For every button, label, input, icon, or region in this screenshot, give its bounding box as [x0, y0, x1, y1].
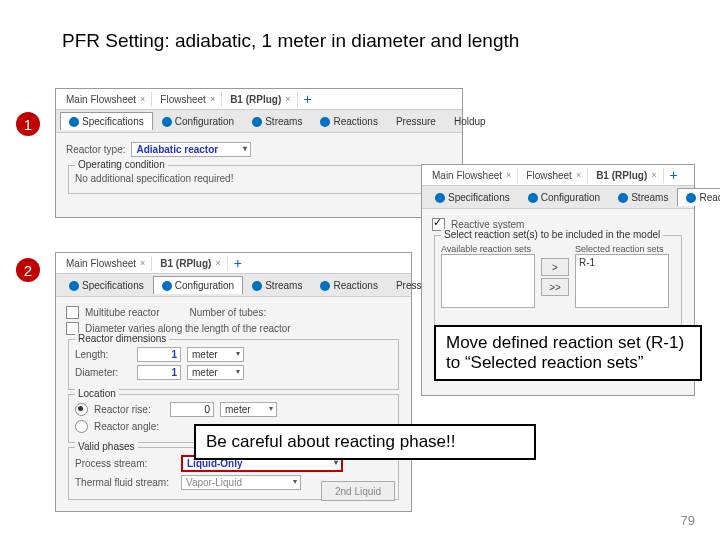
breadcrumb-flowsheet[interactable]: Flowsheet×: [520, 168, 588, 183]
diameter-unit-select[interactable]: meter: [187, 365, 244, 380]
check-icon: [252, 117, 262, 127]
panel-body: Reactor type: Adiabatic reactor Operatin…: [56, 133, 462, 204]
close-icon[interactable]: ×: [285, 94, 290, 104]
valid-phases-legend: Valid phases: [75, 441, 138, 452]
tab-streams[interactable]: Streams: [609, 188, 677, 206]
reaction-sets-legend: Select reaction set(s) to be included in…: [441, 229, 663, 240]
available-sets-label: Available reaction sets: [441, 244, 535, 254]
selected-sets-list[interactable]: R-1: [575, 254, 669, 308]
panel-body: Multitube reactor Number of tubes: Diame…: [56, 297, 411, 510]
breadcrumb-bar: Main Flowsheet× B1 (RPlug)× +: [56, 253, 411, 274]
selected-sets-label: Selected reaction sets: [575, 244, 669, 254]
close-icon[interactable]: ×: [210, 94, 215, 104]
thermal-stream-label: Thermal fluid stream:: [75, 477, 175, 488]
process-stream-label: Process stream:: [75, 458, 175, 469]
add-tab-icon[interactable]: +: [300, 91, 316, 107]
panel-specifications: Main Flowsheet× Flowsheet× B1 (RPlug)× +…: [55, 88, 463, 218]
slide-title: PFR Setting: adiabatic, 1 meter in diame…: [62, 30, 519, 52]
reactor-angle-radio[interactable]: [75, 420, 88, 433]
tab-reactions[interactable]: Reactions: [677, 188, 720, 206]
tab-specifications[interactable]: Specifications: [60, 276, 153, 294]
breadcrumb-main[interactable]: Main Flowsheet×: [60, 92, 152, 107]
reactor-rise-input[interactable]: 0: [170, 402, 214, 417]
check-icon: [69, 281, 79, 291]
add-tab-icon[interactable]: +: [230, 255, 246, 271]
reactor-rise-label: Reactor rise:: [94, 404, 164, 415]
property-tabs: Specifications Configuration Streams Rea…: [422, 186, 694, 209]
check-icon: [686, 193, 696, 203]
second-liquid-button[interactable]: 2nd Liquid: [321, 481, 395, 501]
tab-holdup[interactable]: Holdup: [445, 112, 495, 130]
diameter-label: Diameter:: [75, 367, 131, 378]
check-icon: [320, 117, 330, 127]
breadcrumb-block[interactable]: B1 (RPlug)×: [224, 92, 297, 107]
tab-configuration[interactable]: Configuration: [519, 188, 609, 206]
available-sets-list[interactable]: [441, 254, 535, 308]
breadcrumb-main[interactable]: Main Flowsheet×: [426, 168, 518, 183]
breadcrumb-block[interactable]: B1 (RPlug)×: [590, 168, 663, 183]
breadcrumb-block[interactable]: B1 (RPlug)×: [154, 256, 227, 271]
reactor-type-select[interactable]: Adiabatic reactor: [131, 142, 251, 157]
breadcrumb-bar: Main Flowsheet× Flowsheet× B1 (RPlug)× +: [56, 89, 462, 110]
check-icon: [528, 193, 538, 203]
close-icon[interactable]: ×: [140, 258, 145, 268]
breadcrumb-bar: Main Flowsheet× Flowsheet× B1 (RPlug)× +: [422, 165, 694, 186]
tab-specifications[interactable]: Specifications: [426, 188, 519, 206]
tab-configuration[interactable]: Configuration: [153, 112, 243, 130]
length-label: Length:: [75, 349, 131, 360]
reaction-set-item[interactable]: R-1: [579, 257, 595, 268]
operating-condition-text: No additional specification required!: [75, 173, 233, 184]
check-icon: [320, 281, 330, 291]
check-icon: [435, 193, 445, 203]
breadcrumb-flowsheet[interactable]: Flowsheet×: [154, 92, 222, 107]
move-all-right-button[interactable]: >>: [541, 278, 569, 296]
page-number: 79: [681, 513, 695, 528]
reactor-dimensions-legend: Reactor dimensions: [75, 333, 169, 344]
reactor-rise-radio[interactable]: [75, 403, 88, 416]
breadcrumb-main[interactable]: Main Flowsheet×: [60, 256, 152, 271]
tab-configuration[interactable]: Configuration: [153, 276, 243, 294]
tab-streams[interactable]: Streams: [243, 112, 311, 130]
location-legend: Location: [75, 388, 119, 399]
check-icon: [162, 117, 172, 127]
multitube-label: Multitube reactor: [85, 307, 159, 318]
add-tab-icon[interactable]: +: [666, 167, 682, 183]
tab-streams[interactable]: Streams: [243, 276, 311, 294]
step-badge-1: 1: [16, 112, 40, 136]
tab-specifications[interactable]: Specifications: [60, 112, 153, 130]
close-icon[interactable]: ×: [215, 258, 220, 268]
move-right-button[interactable]: >: [541, 258, 569, 276]
close-icon[interactable]: ×: [576, 170, 581, 180]
length-unit-select[interactable]: meter: [187, 347, 244, 362]
check-icon: [252, 281, 262, 291]
check-icon: [618, 193, 628, 203]
diameter-input[interactable]: 1: [137, 365, 181, 380]
tab-reactions[interactable]: Reactions: [311, 276, 386, 294]
callout-reacting-phase: Be careful about reacting phase!!: [194, 424, 536, 460]
reactor-rise-unit-select[interactable]: meter: [220, 402, 277, 417]
numtubes-label: Number of tubes:: [189, 307, 266, 318]
thermal-stream-select[interactable]: Vapor-Liquid: [181, 475, 301, 490]
operating-condition-legend: Operating condition: [75, 159, 168, 170]
panel-configuration: Main Flowsheet× B1 (RPlug)× + Specificat…: [55, 252, 412, 512]
check-icon: [69, 117, 79, 127]
multitube-checkbox[interactable]: [66, 306, 79, 319]
reactor-type-label: Reactor type:: [66, 144, 125, 155]
reactor-angle-label: Reactor angle:: [94, 421, 164, 432]
step-badge-2: 2: [16, 258, 40, 282]
property-tabs: Specifications Configuration Streams Rea…: [56, 110, 462, 133]
tab-pressure[interactable]: Pressure: [387, 112, 445, 130]
close-icon[interactable]: ×: [140, 94, 145, 104]
property-tabs: Specifications Configuration Streams Rea…: [56, 274, 411, 297]
tab-reactions[interactable]: Reactions: [311, 112, 386, 130]
check-icon: [162, 281, 172, 291]
callout-move-reaction: Move defined reaction set (R-1) to “Sele…: [434, 325, 702, 381]
close-icon[interactable]: ×: [506, 170, 511, 180]
length-input[interactable]: 1: [137, 347, 181, 362]
close-icon[interactable]: ×: [651, 170, 656, 180]
